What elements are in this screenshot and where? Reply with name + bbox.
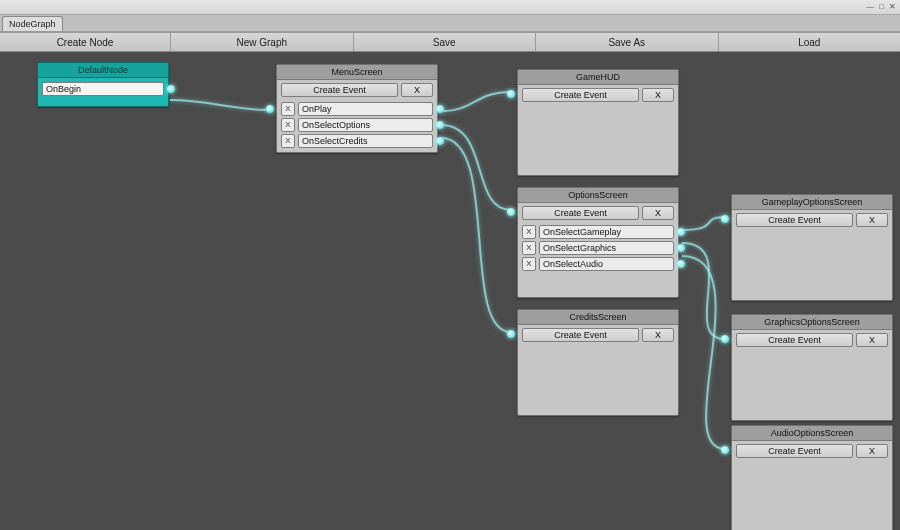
event-toggle-icon[interactable]: X <box>522 225 536 239</box>
node-creditsscreen[interactable]: CreditsScreen Create Event X <box>517 309 679 416</box>
input-port-icon[interactable] <box>721 335 729 343</box>
window-titlebar: — □ ✕ <box>0 0 900 15</box>
delete-node-button[interactable]: X <box>856 213 888 227</box>
delete-node-button[interactable]: X <box>642 88 674 102</box>
delete-node-button[interactable]: X <box>856 444 888 458</box>
output-port-icon[interactable] <box>436 121 444 129</box>
node-gameplayoptions[interactable]: GameplayOptionsScreen Create Event X <box>731 194 893 301</box>
create-event-button[interactable]: Create Event <box>522 328 639 342</box>
delete-node-button[interactable]: X <box>856 333 888 347</box>
create-event-button[interactable]: Create Event <box>281 83 398 97</box>
node-header[interactable]: MenuScreen <box>277 65 437 80</box>
save-as-button[interactable]: Save As <box>536 33 719 51</box>
event-field[interactable]: OnSelectGraphics <box>539 241 674 255</box>
input-port-icon[interactable] <box>507 208 515 216</box>
output-port-icon[interactable] <box>436 137 444 145</box>
input-port-icon[interactable] <box>507 90 515 98</box>
event-field[interactable]: OnBegin <box>42 82 164 96</box>
create-event-button[interactable]: Create Event <box>522 206 639 220</box>
node-menuscreen[interactable]: MenuScreen Create Event X X OnPlay X OnS… <box>276 64 438 153</box>
input-port-icon[interactable] <box>266 105 274 113</box>
event-toggle-icon[interactable]: X <box>281 134 295 148</box>
save-button[interactable]: Save <box>354 33 537 51</box>
output-port-icon[interactable] <box>436 105 444 113</box>
event-toggle-icon[interactable]: X <box>522 257 536 271</box>
create-node-button[interactable]: Create Node <box>0 33 171 51</box>
window-minimize-icon[interactable]: — <box>865 3 875 11</box>
node-header[interactable]: GameplayOptionsScreen <box>732 195 892 210</box>
event-field[interactable]: OnSelectCredits <box>298 134 433 148</box>
window-maximize-icon[interactable]: □ <box>878 3 885 11</box>
graph-canvas[interactable]: DefaultNode OnBegin MenuScreen Create Ev… <box>0 52 900 530</box>
create-event-button[interactable]: Create Event <box>522 88 639 102</box>
node-header[interactable]: GraphicsOptionsScreen <box>732 315 892 330</box>
create-event-button[interactable]: Create Event <box>736 213 853 227</box>
new-graph-button[interactable]: New Graph <box>171 33 354 51</box>
node-header[interactable]: CreditsScreen <box>518 310 678 325</box>
input-port-icon[interactable] <box>507 330 515 338</box>
event-field[interactable]: OnSelectOptions <box>298 118 433 132</box>
window-close-icon[interactable]: ✕ <box>888 3 897 11</box>
node-header[interactable]: OptionsScreen <box>518 188 678 203</box>
input-port-icon[interactable] <box>721 215 729 223</box>
node-audiooptions[interactable]: AudioOptionsScreen Create Event X <box>731 425 893 530</box>
output-port-icon[interactable] <box>677 228 685 236</box>
tab-nodegraph[interactable]: NodeGraph <box>2 16 63 31</box>
delete-node-button[interactable]: X <box>401 83 433 97</box>
node-default[interactable]: DefaultNode OnBegin <box>37 62 169 107</box>
event-field[interactable]: OnSelectAudio <box>539 257 674 271</box>
toolbar: Create Node New Graph Save Save As Load <box>0 33 900 52</box>
output-port-icon[interactable] <box>677 260 685 268</box>
event-toggle-icon[interactable]: X <box>281 102 295 116</box>
input-port-icon[interactable] <box>721 446 729 454</box>
node-gamehud[interactable]: GameHUD Create Event X <box>517 69 679 176</box>
tab-bar: NodeGraph <box>0 15 900 33</box>
node-header[interactable]: DefaultNode <box>38 63 168 78</box>
create-event-button[interactable]: Create Event <box>736 444 853 458</box>
output-port-icon[interactable] <box>677 244 685 252</box>
event-toggle-icon[interactable]: X <box>281 118 295 132</box>
event-field[interactable]: OnSelectGameplay <box>539 225 674 239</box>
event-field[interactable]: OnPlay <box>298 102 433 116</box>
event-toggle-icon[interactable]: X <box>522 241 536 255</box>
node-header[interactable]: AudioOptionsScreen <box>732 426 892 441</box>
node-optionsscreen[interactable]: OptionsScreen Create Event X X OnSelectG… <box>517 187 679 298</box>
output-port-icon[interactable] <box>167 85 175 93</box>
create-event-button[interactable]: Create Event <box>736 333 853 347</box>
node-graphicsoptions[interactable]: GraphicsOptionsScreen Create Event X <box>731 314 893 421</box>
node-header[interactable]: GameHUD <box>518 70 678 85</box>
load-button[interactable]: Load <box>719 33 901 51</box>
delete-node-button[interactable]: X <box>642 328 674 342</box>
delete-node-button[interactable]: X <box>642 206 674 220</box>
